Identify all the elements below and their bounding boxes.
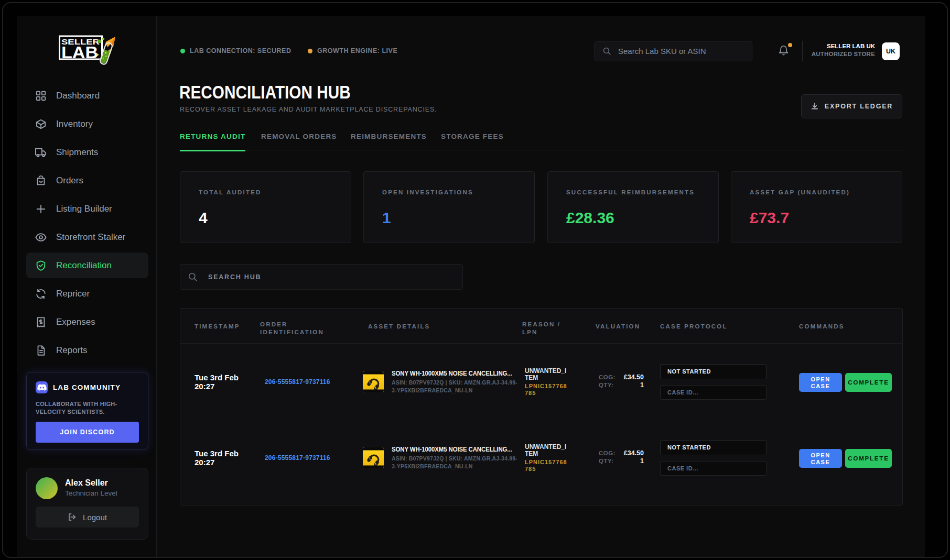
svg-text:LAB: LAB bbox=[61, 43, 98, 62]
